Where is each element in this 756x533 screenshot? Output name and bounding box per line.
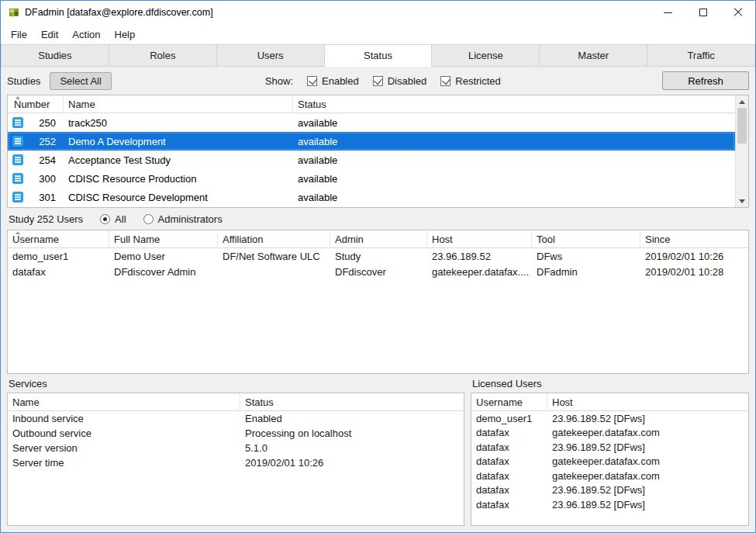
user-host: 23.96.189.52 bbox=[427, 251, 532, 262]
licensed-username: datafax bbox=[471, 470, 547, 482]
study-name: CDISC Resource Development bbox=[64, 192, 293, 203]
table-row[interactable]: Outbound service Processing on localhost bbox=[8, 426, 464, 441]
column-header-status[interactable]: Status bbox=[240, 393, 464, 410]
column-header-admin[interactable]: Admin bbox=[330, 230, 427, 247]
table-row[interactable]: Inbound service Enabled bbox=[8, 411, 464, 426]
maximize-icon bbox=[699, 9, 707, 16]
table-row[interactable]: datafax gatekeeper.datafax.com bbox=[471, 469, 748, 483]
table-row[interactable]: datafax 23.96.189.52 [DFws] bbox=[471, 440, 748, 455]
column-header-name[interactable]: Name bbox=[64, 95, 293, 112]
study-users-title: Study 252 Users bbox=[9, 213, 83, 225]
licensed-username: datafax bbox=[471, 484, 547, 496]
column-header-username[interactable]: Username bbox=[471, 393, 547, 410]
column-header-status[interactable]: Status bbox=[293, 95, 735, 112]
menu-edit[interactable]: Edit bbox=[34, 24, 65, 44]
table-row-selected[interactable]: 252 Demo A Development available bbox=[8, 132, 735, 151]
menu-action[interactable]: Action bbox=[65, 24, 107, 44]
study-name: CDISC Resource Production bbox=[64, 173, 293, 185]
service-name: Server time bbox=[8, 457, 240, 469]
table-row[interactable]: 250 track250 available bbox=[8, 113, 735, 132]
column-header-tool[interactable]: Tool bbox=[532, 230, 640, 247]
tab-roles[interactable]: Roles bbox=[109, 44, 217, 66]
table-row[interactable]: 301 CDISC Resource Development available bbox=[8, 188, 735, 206]
user-admin: Study bbox=[330, 251, 427, 262]
filter-disabled[interactable]: Disabled bbox=[373, 75, 427, 87]
menu-bar: File Edit Action Help bbox=[1, 24, 755, 44]
menu-help[interactable]: Help bbox=[108, 24, 143, 44]
licensed-username: demo_user1 bbox=[471, 413, 547, 424]
column-header-name[interactable]: Name bbox=[8, 393, 240, 410]
filter-restricted[interactable]: Restricted bbox=[440, 75, 501, 87]
table-row[interactable]: datafax 23.96.189.52 [DFws] bbox=[471, 497, 748, 512]
close-button[interactable] bbox=[720, 1, 755, 24]
vertical-scrollbar[interactable] bbox=[735, 95, 748, 207]
column-header-host[interactable]: Host bbox=[427, 230, 532, 247]
column-header-since[interactable]: Since bbox=[640, 230, 748, 247]
column-header-fullname[interactable]: Full Name bbox=[109, 230, 218, 247]
study-number: 301 bbox=[24, 192, 64, 203]
tab-license[interactable]: License bbox=[432, 44, 540, 66]
licensed-users-title: Licensed Users bbox=[471, 374, 749, 393]
tab-users[interactable]: Users bbox=[217, 44, 325, 66]
study-name: Demo A Development bbox=[64, 136, 293, 147]
all-radio[interactable] bbox=[100, 214, 110, 224]
column-header-number[interactable]: Number bbox=[8, 95, 64, 112]
column-header-username[interactable]: Username bbox=[8, 230, 109, 247]
study-number: 300 bbox=[24, 173, 64, 185]
select-all-button[interactable]: Select All bbox=[50, 72, 111, 90]
table-row[interactable]: datafax gatekeeper.datafax.com bbox=[471, 455, 748, 469]
column-header-affiliation[interactable]: Affiliation bbox=[218, 230, 330, 247]
user-since: 2019/02/01 10:28 bbox=[640, 266, 748, 278]
column-header-host[interactable]: Host bbox=[547, 393, 748, 410]
licensed-host: 23.96.189.52 [DFws] bbox=[547, 413, 748, 424]
refresh-button[interactable]: Refresh bbox=[662, 71, 749, 90]
table-row[interactable]: datafax gatekeeper.datafax.com bbox=[471, 426, 748, 441]
restricted-checkbox[interactable] bbox=[440, 76, 450, 86]
table-row[interactable]: 254 Acceptance Test Study available bbox=[8, 151, 735, 169]
disabled-label: Disabled bbox=[388, 75, 427, 87]
maximize-button[interactable] bbox=[685, 1, 720, 24]
service-status: 5.1.0 bbox=[240, 442, 464, 454]
user-host: gatekeeper.datafax.... bbox=[427, 266, 532, 278]
table-row[interactable]: demo_user1 23.96.189.52 [DFws] bbox=[471, 411, 748, 426]
licensed-username: datafax bbox=[471, 441, 547, 453]
title-bar: DFadmin [datafax@explore.dfdiscover.com] bbox=[1, 1, 755, 24]
study-icon bbox=[12, 172, 24, 185]
table-row[interactable]: demo_user1 Demo User DF/Net Software ULC… bbox=[8, 248, 748, 264]
tab-status[interactable]: Status bbox=[325, 44, 433, 67]
licensed-host: gatekeeper.datafax.com bbox=[547, 470, 748, 482]
filter-enabled[interactable]: Enabled bbox=[307, 75, 359, 87]
licensed-host: gatekeeper.datafax.com bbox=[547, 455, 748, 467]
scroll-down-button[interactable] bbox=[736, 195, 748, 207]
user-since: 2019/02/01 10:26 bbox=[640, 251, 748, 262]
tab-studies[interactable]: Studies bbox=[1, 44, 109, 66]
radio-administrators[interactable]: Administrators bbox=[143, 213, 223, 225]
menu-file[interactable]: File bbox=[4, 24, 34, 44]
services-title: Services bbox=[7, 374, 464, 393]
user-username: demo_user1 bbox=[8, 251, 109, 262]
scrollbar-thumb[interactable] bbox=[737, 108, 747, 144]
tab-master[interactable]: Master bbox=[540, 44, 647, 66]
radio-all[interactable]: All bbox=[100, 213, 126, 225]
app-window: DFadmin [datafax@explore.dfdiscover.com]… bbox=[0, 0, 756, 533]
enabled-checkbox[interactable] bbox=[307, 76, 317, 86]
disabled-checkbox[interactable] bbox=[373, 76, 383, 86]
study-users-header: Study 252 Users All Administrators bbox=[1, 208, 755, 230]
administrators-radio[interactable] bbox=[143, 214, 154, 224]
studies-table: Number Name Status 250 track250 availabl… bbox=[7, 95, 749, 208]
study-users-table: Username Full Name Affiliation Admin Hos… bbox=[7, 230, 749, 374]
table-row[interactable]: datafax DFdiscover Admin DFdiscover gate… bbox=[8, 264, 748, 279]
tab-bar: Studies Roles Users Status License Maste… bbox=[1, 44, 755, 67]
table-row[interactable]: Server time 2019/02/01 10:26 bbox=[8, 455, 464, 470]
scrollbar-track[interactable] bbox=[736, 108, 748, 195]
table-row[interactable]: datafax 23.96.189.52 [DFws] bbox=[471, 483, 748, 498]
user-username: datafax bbox=[8, 266, 109, 278]
enabled-label: Enabled bbox=[322, 75, 359, 87]
table-row[interactable]: Server version 5.1.0 bbox=[8, 441, 464, 455]
scroll-up-button[interactable] bbox=[736, 95, 748, 108]
tab-traffic[interactable]: Traffic bbox=[647, 44, 755, 66]
minimize-button[interactable] bbox=[651, 1, 685, 24]
table-row[interactable]: 300 CDISC Resource Production available bbox=[8, 169, 735, 188]
study-number: 250 bbox=[24, 117, 64, 129]
study-number: 252 bbox=[24, 136, 64, 147]
